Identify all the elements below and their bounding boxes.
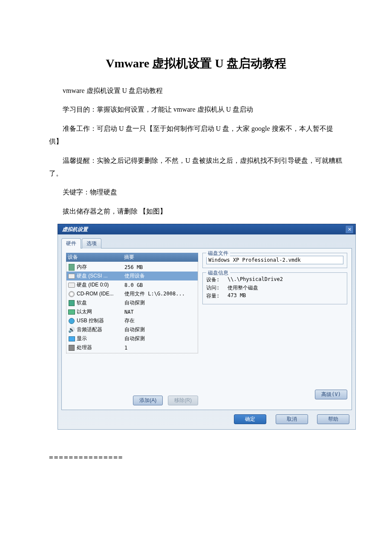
sound-icon: 🔊 [68, 327, 75, 333]
article-title: Vmware 虚拟机设置 U 盘启动教程 [49, 55, 343, 72]
dialog-bottom-buttons: 确定 取消 帮助 [58, 410, 355, 429]
advanced-button[interactable]: 高级(V) [315, 390, 347, 399]
paragraph: vmware 虚拟机设置 U 盘启动教程 [49, 84, 343, 97]
list-item[interactable]: 硬盘 (IDE 0:0) 8.0 GB [66, 280, 198, 289]
list-item[interactable]: CD-ROM (IDE... 使用文件 L:\G.2008... [66, 289, 198, 298]
list-item[interactable]: USB 控制器 存在 [66, 316, 198, 325]
usb-icon [68, 318, 75, 324]
window-titlebar[interactable]: 虚拟机设置 ✕ [58, 224, 356, 234]
info-value: 使用整个磁盘 [228, 284, 343, 292]
tab-hardware[interactable]: 硬件 [61, 238, 81, 249]
cpu-icon [68, 344, 75, 351]
device-name: 硬盘 (SCSI ... [77, 273, 108, 279]
paragraph: 学习目的：掌握该如何设置，才能让 vmware 虚拟机从 U 盘启动 [49, 103, 343, 116]
disk-icon [68, 273, 75, 280]
disk-info-group: 磁盘信息 设备: \\.\PhysicalDrive2 访问: 使用整个磁盘 容… [202, 272, 347, 304]
info-value: 473 MB [228, 292, 343, 300]
detail-panel: 磁盘文件 磁盘信息 设备: \\.\PhysicalDrive2 访问: [202, 253, 347, 405]
col-summary: 摘要 [122, 254, 198, 261]
device-name: 音频适配器 [77, 327, 102, 332]
tab-options[interactable]: 选项 [82, 238, 101, 249]
list-item[interactable]: 软盘 自动探测 [66, 298, 198, 307]
add-button[interactable]: 添加(A) [133, 396, 163, 405]
help-button[interactable]: 帮助 [317, 414, 349, 424]
info-key: 容量: [206, 292, 228, 300]
device-summary: 存在 [123, 317, 198, 324]
device-summary: 自动探测 [123, 335, 198, 342]
window-title: 虚拟机设置 [62, 226, 88, 233]
vm-settings-window: 虚拟机设置 ✕ 硬件 选项 设备 摘要 内存 [58, 224, 356, 430]
device-list-panel: 设备 摘要 内存 256 MB 硬盘 (SCSI ... 使用设备 [66, 253, 198, 405]
disk-file-label: 磁盘文件 [206, 250, 230, 257]
info-key: 设备: [206, 276, 228, 283]
device-list[interactable]: 内存 256 MB 硬盘 (SCSI ... 使用设备 硬盘 (IDE 0:0)… [66, 262, 198, 353]
device-summary: 使用文件 L:\G.2008... [123, 290, 198, 298]
list-item[interactable]: 内存 256 MB [66, 263, 198, 272]
device-name: 显示 [77, 335, 87, 341]
device-name: 硬盘 (IDE 0:0) [77, 282, 109, 288]
device-name: 软盘 [77, 300, 87, 306]
list-item[interactable]: 处理器 1 [66, 343, 198, 352]
device-summary: 自动探测 [123, 326, 198, 333]
paragraph: 准备工作：可启动 U 盘一只【至于如何制作可启动 U 盘，大家 google 搜… [49, 122, 343, 148]
device-summary: 1 [123, 345, 198, 351]
cdrom-icon [68, 291, 75, 298]
tab-bar: 硬件 选项 [58, 234, 355, 248]
paragraph: 关键字：物理硬盘 [49, 186, 343, 199]
disk-file-group: 磁盘文件 [202, 253, 347, 268]
info-value: \\.\PhysicalDrive2 [228, 276, 343, 283]
remove-button[interactable]: 移除(R) [168, 396, 198, 405]
device-summary: 256 MB [123, 264, 198, 270]
device-name: CD-ROM (IDE... [77, 291, 114, 297]
ethernet-icon [68, 309, 75, 315]
device-name: 以太网 [77, 309, 92, 315]
device-summary: 自动探测 [123, 299, 198, 306]
device-name: 内存 [77, 264, 87, 270]
list-item[interactable]: 硬盘 (SCSI ... 使用设备 [66, 272, 198, 280]
disk-icon [68, 282, 75, 289]
device-list-header: 设备 摘要 [66, 253, 198, 262]
ok-button[interactable]: 确定 [234, 414, 266, 424]
list-item[interactable]: 以太网 NAT [66, 307, 198, 316]
info-key: 访问: [206, 284, 228, 292]
paragraph: 温馨提醒：实验之后记得要删除，不然，U 盘被拔出之后，虚拟机找不到引导硬盘，可就… [49, 154, 343, 180]
memory-icon [68, 264, 75, 271]
display-icon [68, 335, 75, 342]
cancel-button[interactable]: 取消 [276, 414, 308, 424]
list-item[interactable]: 显示 自动探测 [66, 334, 198, 343]
floppy-icon [68, 300, 75, 306]
device-name: 处理器 [77, 344, 92, 350]
list-item[interactable]: 🔊音频适配器 自动探测 [66, 325, 198, 334]
close-icon[interactable]: ✕ [345, 225, 354, 234]
device-summary: 8.0 GB [123, 282, 198, 288]
device-summary: NAT [123, 309, 198, 315]
col-device: 设备 [66, 254, 122, 261]
disk-info-label: 磁盘信息 [206, 269, 230, 277]
paragraph: 拔出储存器之前，请删除 【如图】 [49, 205, 343, 218]
device-name: USB 控制器 [77, 318, 104, 324]
disk-file-input[interactable] [206, 256, 343, 264]
device-summary: 使用设备 [123, 272, 198, 280]
separator: =============== [49, 451, 343, 464]
